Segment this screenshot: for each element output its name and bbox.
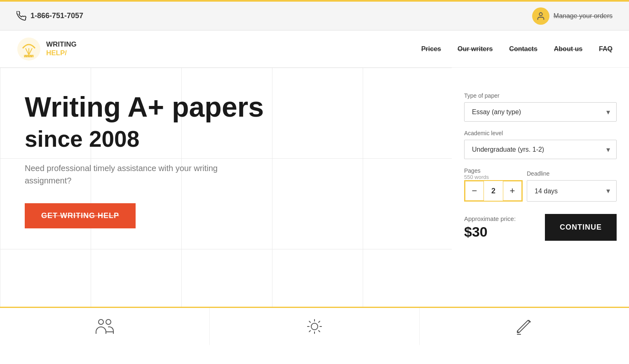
nav-writers[interactable]: Our writers (458, 45, 493, 52)
hero-section: Writing A+ papers since 2008 Need profes… (0, 68, 452, 307)
deadline-block: Deadline 14 days 10 days 7 days 5 days 3… (527, 170, 617, 202)
nav-links: Prices Our writers Contacts About us FAQ (421, 45, 613, 53)
writing-icon (514, 316, 535, 337)
phone-icon (16, 11, 26, 21)
academic-level-label: Academic level (464, 130, 617, 136)
increment-button[interactable]: + (503, 181, 522, 201)
manage-orders-link[interactable]: Manage your orders (532, 7, 613, 25)
academic-level-select[interactable]: High School Undergraduate (yrs. 1-2) Und… (464, 140, 617, 159)
writers-icon (94, 316, 115, 337)
top-bar: 1-866-751-7057 Manage your orders (0, 2, 629, 31)
get-writing-help-button[interactable]: GET WRITING HELP (25, 203, 136, 228)
logo[interactable]: WRITING HELP/ (16, 37, 77, 61)
pages-value: 2 (484, 181, 503, 201)
user-icon (536, 12, 545, 21)
type-of-paper-select[interactable]: Essay (any type) Research paper Term pap… (464, 102, 617, 122)
svg-point-12 (106, 319, 111, 324)
continue-button[interactable]: CONTINUE (545, 214, 617, 241)
nav-contacts[interactable]: Contacts (509, 45, 537, 52)
deadline-wrapper: 14 days 10 days 7 days 5 days 3 days 2 d… (527, 180, 617, 202)
price-block: Approximate price: $30 (464, 215, 516, 240)
logo-icon (16, 37, 41, 61)
nav-bar: WRITING HELP/ Prices Our writers Contact… (0, 31, 629, 68)
svg-point-0 (539, 12, 542, 15)
deadline-label: Deadline (527, 170, 617, 177)
feature-quality (210, 308, 420, 345)
feature-writing (420, 308, 629, 345)
pages-stepper: − 2 + (464, 180, 523, 202)
svg-point-11 (99, 319, 103, 324)
pages-label: Pages (464, 167, 523, 174)
pages-label-block: Pages 550 words − 2 + (464, 167, 523, 202)
svg-point-14 (311, 323, 318, 330)
decrement-button[interactable]: − (465, 181, 484, 201)
price-value: $30 (464, 224, 488, 240)
hero-description: Need professional timely assistance with… (25, 162, 231, 187)
phone-number[interactable]: 1-866-751-7057 (16, 11, 83, 21)
pages-deadline-row: Pages 550 words − 2 + Deadline 14 days 1… (464, 167, 617, 202)
type-of-paper-label: Type of paper (464, 92, 617, 99)
hero-subtitle: since 2008 (25, 126, 435, 152)
logo-text: WRITING HELP/ (46, 40, 77, 57)
hero-title: Writing A+ papers (25, 92, 435, 122)
words-label: 550 words (464, 174, 523, 180)
user-avatar (532, 7, 549, 25)
order-form: Type of paper Essay (any type) Research … (452, 68, 629, 307)
main-content: Writing A+ papers since 2008 Need profes… (0, 68, 629, 307)
nav-prices[interactable]: Prices (421, 45, 441, 52)
deadline-select[interactable]: 14 days 10 days 7 days 5 days 3 days 2 d… (527, 180, 617, 202)
approx-price-label: Approximate price: (464, 215, 516, 222)
feature-writers (0, 308, 210, 345)
academic-level-wrapper: High School Undergraduate (yrs. 1-2) Und… (464, 140, 617, 159)
features-strip (0, 307, 629, 345)
price-continue-row: Approximate price: $30 CONTINUE (464, 214, 617, 241)
quality-icon (304, 316, 325, 337)
nav-faq[interactable]: FAQ (599, 45, 613, 52)
type-of-paper-wrapper: Essay (any type) Research paper Term pap… (464, 102, 617, 122)
nav-about[interactable]: About us (554, 45, 582, 52)
